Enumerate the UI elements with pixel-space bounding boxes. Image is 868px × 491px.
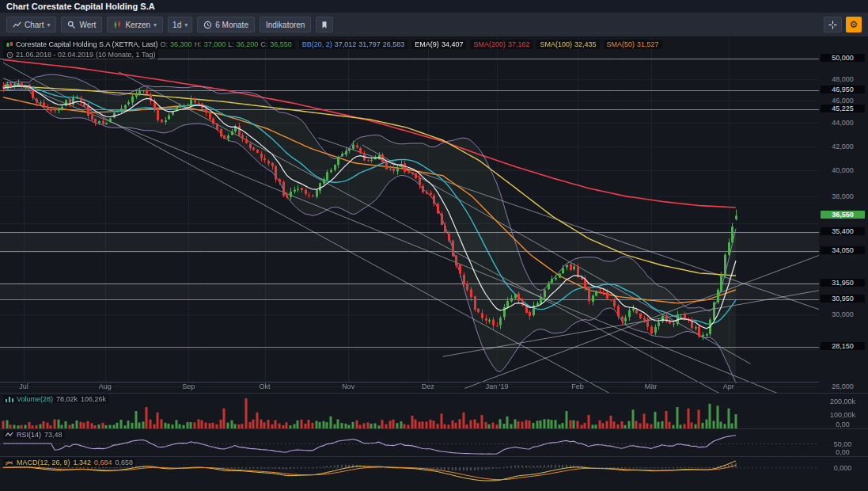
bookmark-button[interactable]: [316, 17, 333, 32]
time-axis[interactable]: JulAugSepOktNovDezJan '19FebMärApr: [0, 383, 819, 393]
legend-volume[interactable]: Volume(28) 78,02k 106,26k: [3, 395, 108, 403]
legend-macd[interactable]: MACD(12, 26, 9) 1,342 0,684 0,658: [3, 459, 135, 466]
price-axis-label: 46,000: [819, 97, 866, 105]
month-label: Apr: [713, 383, 745, 390]
chart-app: Chart Corestate Capital Holding S.A Char…: [0, 0, 868, 491]
bb-label: BB(20, 2): [302, 40, 332, 48]
volume-value: 78,02k: [56, 395, 78, 403]
volume-axis-label: 200,00k: [819, 398, 866, 405]
price-axis-label: 40,000: [819, 166, 866, 174]
ema9-value: 34,407: [442, 40, 464, 48]
candlestick-icon: [113, 21, 122, 29]
price-level-badge: 35,400: [821, 227, 865, 235]
month-label: Dez: [412, 383, 444, 390]
chevron-down-icon: ▾: [154, 21, 157, 29]
month-label: Mär: [635, 383, 667, 390]
rsi-value: 73,48: [44, 431, 63, 439]
sma200-label: SMA(200): [473, 40, 506, 48]
price-axis-label: 48,000: [819, 75, 866, 83]
macd-axis[interactable]: 0,000: [819, 457, 868, 486]
legend-rsi[interactable]: RSI(14) 73,48: [3, 431, 65, 439]
date-range-text: 21.06.2018 - 02.04.2019: [16, 51, 93, 59]
clock-icon: [203, 21, 212, 29]
legend-sma200[interactable]: SMA(200) 37,162: [470, 40, 533, 49]
macd-lines-icon: [6, 459, 13, 466]
chart-menu-label: Chart: [25, 21, 44, 29]
close-value: 36,550: [270, 40, 292, 48]
rsi-canvas[interactable]: [0, 429, 819, 456]
search-icon: [67, 21, 76, 29]
volume-label: Volume(28): [17, 395, 53, 403]
volume-canvas[interactable]: [0, 394, 819, 428]
bookmark-icon: [320, 21, 328, 29]
sma50-label: SMA(50): [607, 40, 635, 48]
month-label: Feb: [562, 383, 593, 390]
price-level-badge: 46,950: [821, 86, 865, 93]
volume-ma-value: 106,26k: [81, 395, 106, 403]
clock-icon: [6, 51, 13, 59]
toolbar-right-group: ⚙: [824, 17, 862, 32]
last-price-badge: 36,550: [821, 211, 865, 219]
chevron-down-icon: ▾: [47, 21, 50, 29]
crosshair-tool-button[interactable]: [824, 17, 842, 32]
high-value: 37,000: [204, 40, 226, 48]
date-range-duration: (10 Monate, 1 Tag): [96, 51, 155, 59]
ema9-label: EMA(9): [415, 40, 439, 48]
sma100-label: SMA(100): [540, 40, 572, 48]
macd-label: MACD(12, 26, 9): [17, 459, 70, 466]
high-label: H:: [195, 40, 202, 48]
kerzen-label: Kerzen: [125, 21, 150, 29]
period-label: 6 Monate: [215, 21, 248, 29]
window-titlebar: Chart Corestate Capital Holding S.A: [0, 0, 868, 13]
chart-region: Corestate Capital Holding S.A (XETRA, La…: [0, 37, 868, 491]
macd-panel: MACD(12, 26, 9) 1,342 0,684 0,658 0,000: [0, 457, 868, 486]
price-axis-label: 26,000: [819, 383, 866, 390]
volume-axis[interactable]: 200,00k100,00k0,00: [819, 394, 868, 428]
low-label: L:: [228, 40, 234, 48]
kerzen-button[interactable]: Kerzen ▾: [107, 17, 163, 32]
settings-button[interactable]: ⚙: [846, 17, 862, 32]
price-axis[interactable]: 48,00046,00044,00042,00040,00038,00030,0…: [819, 37, 868, 393]
macd-hist-value: 0,658: [116, 459, 134, 466]
instrument-name: Corestate Capital Holding S.A (XETRA, La…: [16, 40, 158, 48]
price-level-badge: 34,050: [821, 246, 865, 254]
legend-bollinger[interactable]: BB(20, 2) 37,012 31,797 26,583: [299, 40, 408, 49]
rsi-axis-label: 0,00: [819, 448, 866, 456]
month-label: Aug: [89, 383, 121, 390]
price-level-badge: 50,000: [821, 54, 865, 62]
wert-search-button[interactable]: Wert: [61, 17, 102, 32]
main-chart-canvas[interactable]: [0, 37, 819, 393]
instrument-icon: [6, 41, 13, 48]
window-title: Chart Corestate Capital Holding S.A: [6, 2, 155, 11]
date-range-legend: 21.06.2018 - 02.04.2019 (10 Monate, 1 Ta…: [3, 50, 158, 59]
legend-ema9[interactable]: EMA(9) 34,407: [411, 40, 466, 49]
price-level-badge: 31,950: [821, 279, 865, 287]
legend-sma50[interactable]: SMA(50) 31,527: [604, 40, 662, 49]
macd-signal-value: 0,684: [94, 459, 112, 466]
legend-instrument[interactable]: Corestate Capital Holding S.A (XETRA, La…: [3, 40, 295, 49]
rsi-axis[interactable]: 50,000,00: [819, 429, 868, 456]
open-value: 36,300: [170, 40, 192, 48]
date-range-group: 21.06.2018 - 02.04.2019 (10 Monate, 1 Ta…: [3, 50, 158, 59]
indikatoren-button[interactable]: Indikatoren: [260, 17, 311, 32]
interval-button[interactable]: 1d ▾: [168, 17, 192, 32]
close-label: C:: [260, 40, 267, 48]
chart-menu-button[interactable]: Chart ▾: [6, 17, 56, 32]
sma200-value: 37,162: [508, 40, 530, 48]
open-label: O:: [161, 40, 169, 48]
price-level-badge: 45,225: [821, 105, 865, 112]
month-label: Nov: [332, 383, 364, 390]
period-button[interactable]: 6 Monate: [197, 17, 255, 32]
price-axis-label: 30,000: [819, 310, 866, 318]
chevron-down-icon: ▾: [184, 21, 188, 29]
low-value: 36,200: [237, 40, 259, 48]
indikatoren-label: Indikatoren: [266, 21, 305, 29]
interval-label: 1d: [172, 21, 181, 29]
price-axis-label: 44,000: [819, 119, 866, 127]
legend-sma100[interactable]: SMA(100) 32,435: [536, 40, 599, 49]
bb-mid-value: 31,797: [358, 40, 381, 48]
volume-panel: Volume(28) 78,02k 106,26k 200,00k100,00k…: [0, 394, 868, 428]
price-level-badge: 28,150: [821, 342, 865, 350]
volume-bars-icon: [6, 396, 13, 402]
bb-lower-value: 26,583: [383, 40, 405, 48]
